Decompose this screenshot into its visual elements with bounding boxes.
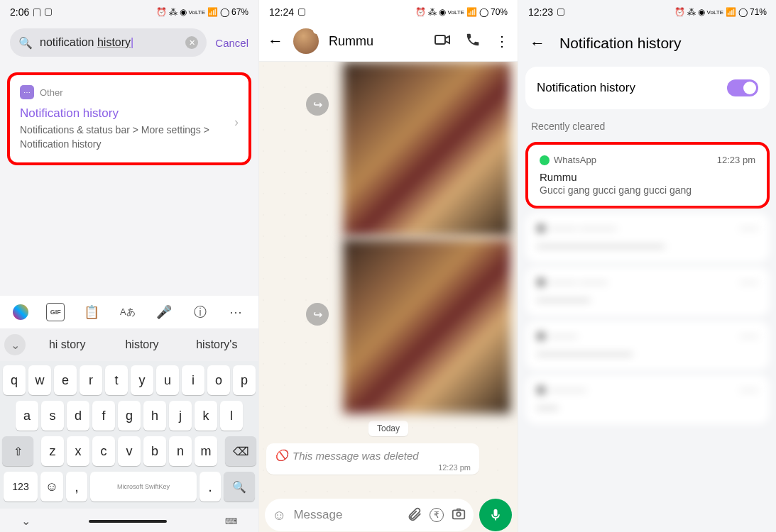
forward-icon[interactable]: ↪ [306,303,329,326]
avatar[interactable] [293,28,319,54]
chat-name[interactable]: Rummu [329,34,424,49]
input-row: ☺ Message ₹ [259,494,518,532]
backspace-key[interactable]: ⌫ [225,436,256,466]
mic-button[interactable] [479,499,512,531]
toggle-label: Notification history [537,81,635,95]
suggestion[interactable]: history's [180,334,254,355]
clear-icon[interactable]: ✕ [185,36,198,49]
key-u[interactable]: u [156,365,179,395]
mic-icon[interactable]: 🎤 [155,303,173,321]
emoji-key[interactable]: ☺ [40,472,63,501]
alarm-icon: ⏰ [415,7,426,17]
notification-card-blurred[interactable]: ——— —————————————————— [525,213,770,262]
clipboard-icon[interactable]: 📋 [82,303,101,321]
chat-image[interactable] [343,239,510,414]
video-call-icon[interactable] [434,31,451,51]
phone-notification-history: 12:23 ⏰ ⁂ ◉ VoLTE 📶 ◯ 71% ← Notification… [518,0,776,532]
key-v[interactable]: v [118,436,141,466]
toggle-card: Notification history [525,67,770,109]
numbers-key[interactable]: 123 [4,472,38,501]
key-b[interactable]: b [143,436,166,466]
attach-icon[interactable] [407,506,422,524]
key-z[interactable]: z [41,436,64,466]
space-key[interactable]: Microsoft SwiftKey [90,472,197,501]
chat-image[interactable] [343,62,510,236]
key-a[interactable]: a [16,401,38,431]
key-g[interactable]: g [118,401,141,431]
more-icon[interactable]: ⋮ [495,33,509,50]
result-category: ⋯ Other [20,85,239,99]
key-e[interactable]: e [54,365,77,395]
key-x[interactable]: x [67,436,89,466]
input-placeholder: Message [293,508,400,522]
search-result-card[interactable]: ⋯ Other Notification history Notificatio… [7,72,251,165]
back-icon[interactable]: ← [530,34,545,52]
search-input[interactable]: notification history| [40,36,178,49]
voice-call-icon[interactable] [465,32,481,50]
key-d[interactable]: d [67,401,89,431]
section-label: Recently cleared [518,115,776,138]
key-t[interactable]: t [105,365,128,395]
key-r[interactable]: r [80,365,102,395]
notification-icon [33,9,40,16]
gif-icon[interactable]: GIF [46,303,65,321]
svg-rect-0 [435,35,445,44]
key-y[interactable]: y [131,365,153,395]
status-time: 2:06 [10,6,29,18]
period-key[interactable]: . [200,472,221,501]
copilot-icon[interactable] [13,304,28,320]
key-l[interactable]: l [220,401,243,431]
camera-icon[interactable] [451,506,466,524]
status-bar: 12:24 ⏰ ⁂ ◉ VoLTE 📶 ◯ 70% [259,0,518,21]
translate-icon[interactable]: Aあ [119,303,137,321]
key-j[interactable]: j [169,401,192,431]
emoji-icon[interactable]: ☺ [272,507,286,523]
keyboard-switch-icon[interactable]: ⌨ [225,516,237,526]
shift-key[interactable]: ⇧ [2,436,33,466]
battery-pct: 70% [491,7,508,17]
key-o[interactable]: o [207,365,230,395]
suggestion[interactable]: history [104,334,179,355]
key-w[interactable]: w [28,365,51,395]
info-icon[interactable]: ⓘ [191,303,209,321]
volte-icon: VoLTE [189,9,205,16]
chevron-right-icon: › [234,114,239,129]
toggle-switch[interactable] [727,79,758,96]
blocked-icon: 🚫 [275,449,288,462]
comma-key[interactable]: , [66,472,87,501]
home-pill[interactable] [89,520,167,523]
notification-card-blurred[interactable]: —————————————— [525,321,770,370]
deleted-message[interactable]: 🚫This message was deleted 12:23 pm [266,443,479,475]
message-time: 12:23 pm [275,463,471,472]
key-i[interactable]: i [182,365,204,395]
key-c[interactable]: c [92,436,115,466]
nav-collapse-icon[interactable]: ⌄ [21,514,31,528]
notification-card-blurred[interactable]: ———————— [525,375,770,424]
key-s[interactable]: s [41,401,64,431]
cancel-button[interactable]: Cancel [215,37,248,49]
key-p[interactable]: p [233,365,256,395]
rupee-icon[interactable]: ₹ [430,508,444,522]
search-key[interactable]: 🔍 [224,472,255,501]
notif-body: Gucci gang gucci gang gucci gang [540,184,755,196]
suggestion[interactable]: hi story [30,334,104,355]
notif-time: 12:23 pm [717,155,755,165]
forward-icon[interactable]: ↪ [306,93,329,116]
key-m[interactable]: m [195,436,217,466]
more-icon[interactable]: ⋯ [226,303,245,321]
search-bar[interactable]: 🔍 notification history| ✕ [10,28,207,57]
notification-card[interactable]: WhatsApp 12:23 pm Rummu Gucci gang gucci… [525,142,770,209]
collapse-icon[interactable]: ⌄ [4,334,26,355]
battery-ring-icon: ◯ [479,7,488,17]
key-n[interactable]: n [169,436,192,466]
key-h[interactable]: h [143,401,166,431]
message-input[interactable]: ☺ Message ₹ [265,499,474,531]
search-row: 🔍 notification history| ✕ Cancel [0,21,258,64]
notification-card-blurred[interactable]: ——— —————————— [525,267,770,316]
key-f[interactable]: f [92,401,115,431]
key-k[interactable]: k [195,401,217,431]
back-icon[interactable]: ← [268,32,283,50]
chat-body[interactable]: ↪ ↪ Today 🚫This message was deleted 12:2… [259,62,518,494]
bluetooth-icon: ⁂ [169,7,177,17]
key-q[interactable]: q [3,365,26,395]
